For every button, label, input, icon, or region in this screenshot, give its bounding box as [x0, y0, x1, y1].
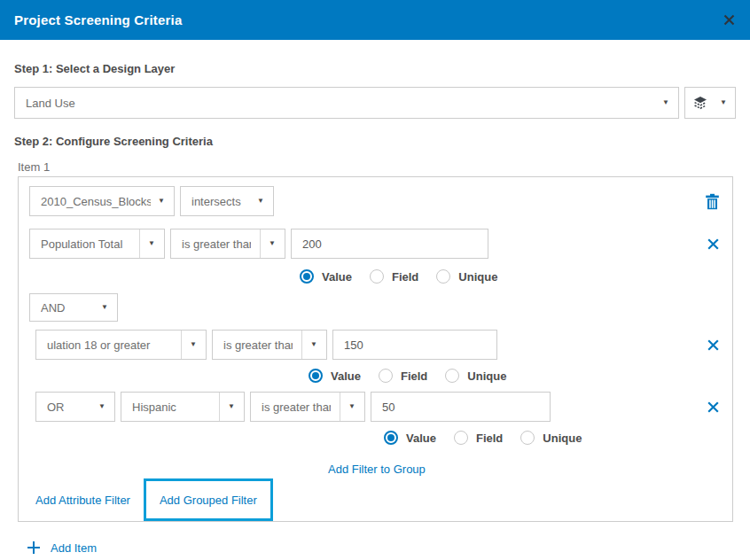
group-conjunction-select[interactable]: AND ▼ — [29, 293, 118, 322]
attribute-filter-row-1: Population Total ▼ is greater than ▼ — [29, 229, 720, 259]
caret-down-icon: ▼ — [101, 304, 108, 311]
filter-actions-row: Add Attribute Filter Add Grouped Filter — [29, 478, 720, 521]
radio-label-value: Value — [406, 432, 436, 445]
radio-label-field: Field — [401, 369, 427, 383]
filter2-radio-value[interactable] — [309, 369, 323, 383]
step2-heading: Step 2: Configure Screening Criteria — [14, 135, 736, 148]
radio-label-field: Field — [392, 270, 418, 284]
plus-icon — [27, 541, 41, 555]
caret-down-icon: ▼ — [257, 198, 264, 205]
layer-options-button[interactable]: ▼ — [684, 87, 736, 119]
caret-down-icon: ▼ — [662, 99, 669, 106]
filter1-field-select[interactable]: Population Total ▼ — [29, 229, 165, 259]
radio-label-value: Value — [322, 270, 352, 284]
filter2-field-value: ulation 18 or greater — [47, 338, 172, 352]
filter1-radio-value[interactable] — [300, 269, 314, 284]
radio-label-field: Field — [476, 432, 503, 445]
filter1-field-value: Population Total — [41, 237, 130, 251]
remove-filter1-x-icon[interactable] — [707, 237, 720, 251]
item-label: Item 1 — [18, 160, 736, 174]
caret-down-icon: ▼ — [348, 403, 355, 410]
filter1-radio-unique[interactable] — [436, 269, 450, 284]
dialog-body: Step 1: Select a Design Layer Land Use ▼… — [0, 62, 750, 555]
add-item-button[interactable]: Add Item — [27, 541, 97, 555]
filter1-operator-select[interactable]: is greater than ▼ — [170, 229, 285, 259]
filter2-field-select[interactable]: ulation 18 or greater ▼ — [35, 330, 207, 360]
filter2-value-input[interactable] — [332, 330, 497, 360]
caret-down-icon: ▼ — [269, 240, 276, 247]
add-attribute-filter-link[interactable]: Add Attribute Filter — [35, 494, 130, 507]
filter3-field-value: Hispanic — [132, 401, 210, 414]
filter2-operator-value: is greater than — [223, 338, 293, 352]
filter3-value-input[interactable] — [371, 392, 551, 422]
spatial-operator-select[interactable]: intersects ▼ — [180, 186, 274, 216]
filter3-field-select[interactable]: Hispanic ▼ — [121, 392, 245, 422]
filter2-value-type-radios: Value Field Unique — [309, 369, 720, 383]
filter3-radio-field[interactable] — [454, 431, 468, 445]
filter3-value-type-radios: Value Field Unique — [384, 431, 720, 445]
filter2-radio-field[interactable] — [379, 369, 393, 383]
caret-down-icon: ▼ — [190, 341, 197, 348]
step1-heading: Step 1: Select a Design Layer — [14, 62, 736, 75]
design-layer-select[interactable]: Land Use ▼ — [14, 87, 679, 119]
filter2-operator-select[interactable]: is greater than ▼ — [212, 330, 327, 360]
design-layer-row: Land Use ▼ ▼ — [14, 87, 736, 119]
spatial-filter-row: 2010_Census_Blocks ▼ intersects ▼ — [29, 186, 720, 216]
spatial-operator-value: intersects — [191, 195, 250, 208]
dialog-title: Project Screening Criteria — [14, 12, 182, 27]
spatial-layer-select[interactable]: 2010_Census_Blocks ▼ — [29, 186, 175, 216]
filter1-operator-value: is greater than — [182, 237, 251, 251]
highlight-box: Add Grouped Filter — [144, 478, 273, 521]
grouped-filter-row-1: ulation 18 or greater ▼ is greater than … — [35, 330, 720, 360]
filter3-radio-value[interactable] — [384, 431, 398, 445]
filter3-operator-value: is greater than — [262, 401, 331, 414]
layers-icon — [693, 96, 707, 110]
caret-down-icon: ▼ — [228, 403, 235, 410]
close-icon[interactable] — [723, 13, 736, 27]
radio-label-unique: Unique — [543, 432, 582, 445]
filter3-operator-select[interactable]: is greater than ▼ — [250, 392, 365, 422]
dialog-header: Project Screening Criteria — [0, 0, 750, 40]
caret-down-icon: ▼ — [98, 403, 105, 410]
filter1-radio-field[interactable] — [370, 269, 384, 284]
group-conjunction-row: AND ▼ — [29, 293, 720, 322]
add-grouped-filter-link[interactable]: Add Grouped Filter — [160, 494, 257, 507]
spatial-layer-value: 2010_Census_Blocks — [41, 195, 151, 208]
add-item-label: Add Item — [51, 541, 97, 555]
design-layer-value: Land Use — [26, 97, 655, 110]
remove-filter3-x-icon[interactable] — [707, 401, 720, 414]
filter3-radio-unique[interactable] — [520, 431, 535, 445]
group-conjunction-value: AND — [41, 301, 94, 315]
filter2-radio-unique[interactable] — [445, 369, 459, 383]
grouped-filter-row-2: OR ▼ Hispanic ▼ is greater than ▼ — [35, 392, 720, 422]
radio-label-unique: Unique — [458, 270, 497, 284]
filter3-conjunction-select[interactable]: OR ▼ — [35, 392, 115, 422]
filter1-value-type-radios: Value Field Unique — [300, 269, 720, 284]
radio-label-value: Value — [331, 369, 361, 383]
add-filter-to-group-link[interactable]: Add Filter to Group — [328, 463, 426, 476]
caret-down-icon: ▼ — [148, 240, 155, 247]
remove-filter2-x-icon[interactable] — [707, 338, 720, 352]
caret-down-icon: ▼ — [720, 99, 727, 106]
filter1-value-input[interactable] — [291, 229, 488, 259]
delete-item-trash-icon[interactable] — [705, 193, 720, 210]
item-panel: 2010_Census_Blocks ▼ intersects ▼ — [18, 176, 733, 522]
caret-down-icon: ▼ — [310, 341, 317, 348]
caret-down-icon: ▼ — [158, 198, 165, 205]
filter3-conjunction-value: OR — [47, 401, 91, 414]
radio-label-unique: Unique — [467, 369, 506, 383]
